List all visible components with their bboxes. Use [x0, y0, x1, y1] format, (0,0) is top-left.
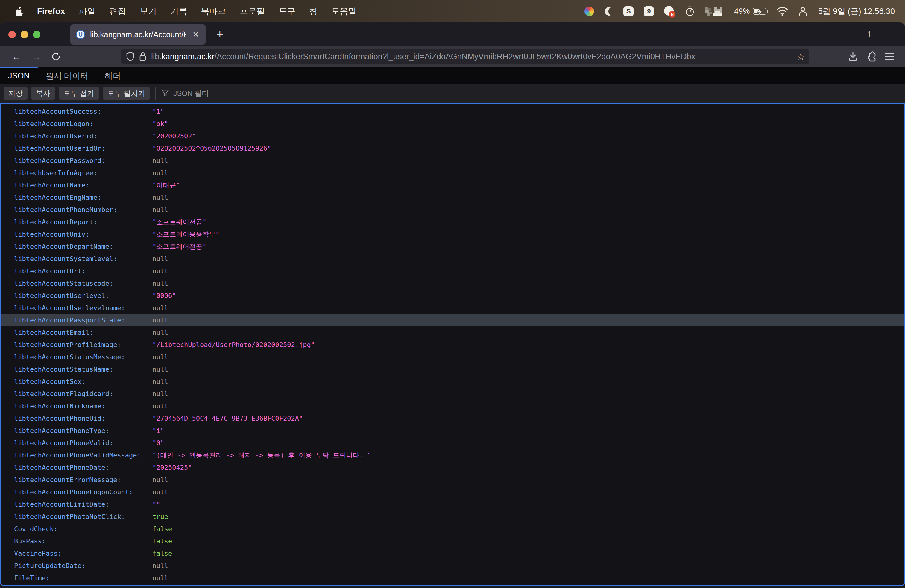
close-window-button[interactable] — [8, 31, 16, 38]
url-bar[interactable]: lib.kangnam.ac.kr/Account/RequestClicker… — [121, 49, 809, 64]
hamburger-menu-icon[interactable] — [884, 53, 894, 60]
json-row[interactable]: libtechAccountDepartName:"소프트웨어전공" — [1, 240, 904, 253]
forward-button[interactable]: → — [27, 49, 45, 64]
json-row[interactable]: libtechAccountPhoneValidMessage:"(메인 -> … — [1, 449, 904, 461]
json-value: "(메인 -> 앱등록관리 -> 해지 -> 등록) 후 이용 부탁 드립니다.… — [152, 449, 371, 461]
bookmark-star-icon[interactable]: ☆ — [796, 49, 805, 64]
viewer-tab-원시 데이터[interactable]: 원시 데이터 — [38, 67, 97, 84]
extensions-puzzle-icon[interactable] — [866, 51, 876, 62]
json-row[interactable]: libtechAccountUrl:null — [1, 265, 904, 277]
json-row[interactable]: libtechAccountPhoneLogonCount:null — [1, 486, 904, 498]
toolbar-button-모두 펼치기[interactable]: 모두 펼치기 — [103, 87, 150, 100]
shield-icon[interactable] — [126, 52, 134, 61]
notification-status-icon[interactable]: N — [664, 6, 675, 17]
json-row[interactable]: libtechAccountEngName:null — [1, 191, 904, 203]
menubar-clock[interactable]: 5월 9일 (금) 12:56:30 — [818, 6, 895, 17]
menu-item-프로필[interactable]: 프로필 — [240, 6, 265, 17]
json-row[interactable]: libtechAccountFlagidcard:null — [1, 388, 904, 400]
menu-item-기록[interactable]: 기록 — [170, 6, 187, 17]
json-value: "소프트웨어전공" — [152, 240, 206, 253]
json-row[interactable]: libtechAccountSex:null — [1, 375, 904, 388]
back-button[interactable]: ← — [8, 49, 25, 64]
json-row[interactable]: CovidCheck:false — [1, 523, 904, 535]
json-row[interactable]: libtechAccountUserid:"202002502" — [1, 130, 904, 142]
downloads-icon[interactable] — [848, 52, 858, 61]
json-row[interactable]: libtechAccountPhoneType:"i" — [1, 424, 904, 437]
json-row[interactable]: libtechAccountLimitDate:"" — [1, 498, 904, 510]
json-row[interactable]: BusPass:false — [1, 535, 904, 547]
json-row[interactable]: libtechAccountPassportState:null — [1, 314, 904, 326]
toolbar-separator — [155, 87, 156, 100]
json-row[interactable]: libtechAccountUseridQr:"0202002502^05620… — [1, 142, 904, 154]
json-row[interactable]: libtechAccountUniv:"소프트웨어응용학부" — [1, 228, 904, 240]
json-panel[interactable]: libtechAccountSuccess:"1"libtechAccountL… — [0, 103, 905, 586]
status-badge-9[interactable]: 9 — [644, 6, 654, 16]
zoom-window-button[interactable] — [33, 31, 40, 38]
viewer-toolbar-buttons: 저장복사모두 접기모두 펼치기 — [3, 87, 150, 100]
json-row[interactable]: libtechAccountNickname:null — [1, 400, 904, 412]
json-row[interactable]: libtechAccountStatuscode:null — [1, 277, 904, 289]
toolbar-button-복사[interactable]: 복사 — [31, 87, 55, 100]
json-value: null — [152, 388, 168, 400]
menu-item-도움말[interactable]: 도움말 — [331, 6, 356, 17]
json-key: libtechAccountDepart: — [1, 218, 97, 226]
browser-tab[interactable]: U lib.kangnam.ac.kr/Account/R… ✕ — [70, 24, 206, 44]
json-row[interactable]: PictureUpdateDate:null — [1, 559, 904, 572]
menu-item-파일[interactable]: 파일 — [79, 6, 95, 17]
minimize-window-button[interactable] — [21, 31, 28, 38]
json-key: libtechAccountPassportState: — [1, 316, 125, 324]
user-switch-icon[interactable] — [798, 6, 808, 16]
json-row[interactable]: libtechAccountPassword:null — [1, 154, 904, 167]
status-badge-s[interactable]: S — [623, 6, 634, 16]
json-key: libtechAccountUniv: — [1, 230, 89, 238]
json-row[interactable]: libtechAccountPhoneValid:"0" — [1, 437, 904, 449]
json-value: null — [152, 572, 168, 584]
menu-item-도구[interactable]: 도구 — [279, 6, 295, 17]
menu-item-보기[interactable]: 보기 — [140, 6, 157, 17]
screenshot-thumbnail-icon[interactable] — [705, 6, 724, 17]
json-row[interactable]: libtechAccountSystemlevel:null — [1, 253, 904, 265]
json-row[interactable]: libtechUserInfoAgree:null — [1, 167, 904, 179]
json-row[interactable]: libtechAccountPhoneUid:"2704564D-50C4-4E… — [1, 412, 904, 424]
menu-item-창[interactable]: 창 — [309, 6, 318, 17]
json-row[interactable]: libtechAccountStatusName:null — [1, 363, 904, 375]
reload-button[interactable] — [47, 49, 65, 64]
apple-menu-icon[interactable] — [16, 6, 23, 16]
wifi-icon[interactable] — [776, 7, 788, 16]
json-row[interactable]: libtechAccountErrorMessage:null — [1, 474, 904, 486]
json-row[interactable]: libtechAccountPhotoNotClick:true — [1, 510, 904, 523]
tab-close-icon[interactable]: ✕ — [191, 30, 200, 39]
json-filter-input[interactable] — [173, 89, 353, 98]
json-row[interactable]: libtechAccountEmail:null — [1, 326, 904, 338]
json-row[interactable]: libtechAccountPhoneDate:"20250425" — [1, 461, 904, 474]
viewer-tab-헤더[interactable]: 헤더 — [97, 67, 129, 84]
json-row[interactable]: libtechAccountSuccess:"1" — [1, 105, 904, 118]
json-row[interactable]: libtechAccountUserlevel:"0006" — [1, 289, 904, 302]
tab-title: lib.kangnam.ac.kr/Account/R… — [90, 30, 186, 39]
dark-mode-moon-icon[interactable] — [604, 7, 613, 16]
viewer-tab-JSON[interactable]: JSON — [0, 67, 38, 84]
json-row[interactable]: FileTime:null — [1, 572, 904, 584]
menu-app-name[interactable]: Firefox — [37, 6, 65, 16]
json-row[interactable]: libtechAccountStatusMessage:null — [1, 351, 904, 363]
json-row[interactable]: libtechAccountName:"이태규" — [1, 179, 904, 191]
menu-item-북마크[interactable]: 북마크 — [201, 6, 226, 17]
pinwheel-status-icon[interactable] — [584, 6, 594, 16]
tab-strip: U lib.kangnam.ac.kr/Account/R… ✕ + 1 — [0, 22, 905, 46]
battery-indicator[interactable]: 49% — [734, 6, 767, 16]
json-value: null — [152, 351, 168, 363]
json-row[interactable]: VaccinePass:false — [1, 547, 904, 559]
toolbar-button-저장[interactable]: 저장 — [3, 87, 27, 100]
json-key: libtechAccountName: — [1, 181, 89, 189]
json-row[interactable]: libtechAccountUserlevelname:null — [1, 302, 904, 314]
timer-status-icon[interactable] — [685, 6, 695, 16]
json-key: libtechAccountPhotoNotClick: — [1, 513, 125, 520]
lock-icon[interactable] — [139, 52, 146, 61]
json-row[interactable]: libtechAccountLogon:"ok" — [1, 118, 904, 130]
json-row[interactable]: libtechAccountDepart:"소프트웨어전공" — [1, 216, 904, 228]
toolbar-button-모두 접기[interactable]: 모두 접기 — [59, 87, 99, 100]
menu-item-편집[interactable]: 편집 — [109, 6, 126, 17]
new-tab-button[interactable]: + — [216, 29, 223, 40]
json-row[interactable]: libtechAccountPhoneNumber:null — [1, 203, 904, 216]
json-row[interactable]: libtechAccountProfileimage:"/LibtechUplo… — [1, 338, 904, 351]
